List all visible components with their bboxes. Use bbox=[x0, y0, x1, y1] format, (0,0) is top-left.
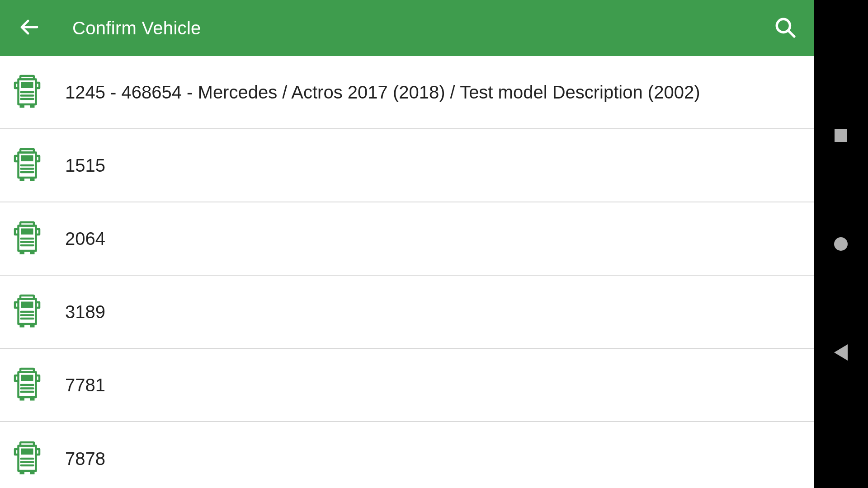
svg-rect-15 bbox=[20, 178, 25, 181]
svg-rect-30 bbox=[30, 324, 35, 328]
svg-rect-36 bbox=[20, 397, 25, 401]
vehicle-label: 7878 bbox=[65, 449, 105, 469]
nav-overview-button[interactable] bbox=[832, 127, 850, 145]
nav-home-button[interactable] bbox=[832, 235, 850, 253]
vehicle-list: 1245 - 468654 - Mercedes / Actros 2017 (… bbox=[0, 56, 814, 488]
vehicle-row[interactable]: 2064 bbox=[0, 202, 814, 276]
truck-icon bbox=[11, 367, 43, 403]
svg-rect-18 bbox=[21, 229, 33, 235]
svg-rect-32 bbox=[21, 375, 33, 381]
vehicle-row[interactable]: 7878 bbox=[0, 422, 814, 488]
vehicle-row[interactable]: 1515 bbox=[0, 129, 814, 202]
truck-icon bbox=[11, 441, 43, 476]
vehicle-row[interactable]: 7781 bbox=[0, 349, 814, 422]
svg-rect-43 bbox=[20, 471, 25, 474]
svg-rect-23 bbox=[30, 251, 35, 254]
vehicle-label: 1515 bbox=[65, 155, 105, 176]
vehicle-label: 7781 bbox=[65, 375, 105, 395]
truck-icon bbox=[11, 75, 43, 110]
svg-rect-25 bbox=[21, 302, 33, 308]
android-nav-bar bbox=[814, 0, 868, 488]
svg-rect-37 bbox=[30, 397, 35, 401]
vehicle-row[interactable]: 3189 bbox=[0, 276, 814, 349]
vehicle-row[interactable]: 1245 - 468654 - Mercedes / Actros 2017 (… bbox=[0, 56, 814, 129]
app-screen: Confirm Vehicle 1245 - 468654 - Mercedes… bbox=[0, 0, 814, 488]
svg-rect-44 bbox=[30, 471, 35, 474]
truck-icon bbox=[11, 294, 43, 329]
svg-rect-39 bbox=[21, 449, 33, 455]
svg-rect-16 bbox=[30, 178, 35, 181]
svg-rect-22 bbox=[20, 251, 25, 254]
truck-icon bbox=[11, 221, 43, 256]
circle-icon bbox=[834, 237, 848, 251]
back-button[interactable] bbox=[13, 12, 45, 44]
svg-line-2 bbox=[788, 30, 794, 37]
square-icon bbox=[835, 129, 847, 142]
svg-rect-8 bbox=[20, 104, 25, 108]
search-button[interactable] bbox=[769, 12, 801, 44]
page-title: Confirm Vehicle bbox=[72, 18, 741, 38]
svg-rect-11 bbox=[21, 155, 33, 162]
svg-rect-9 bbox=[30, 104, 35, 108]
arrow-left-icon bbox=[18, 16, 40, 40]
app-header: Confirm Vehicle bbox=[0, 0, 814, 56]
vehicle-label: 1245 - 468654 - Mercedes / Actros 2017 (… bbox=[65, 82, 700, 103]
nav-back-button[interactable] bbox=[832, 343, 850, 361]
truck-icon bbox=[11, 148, 43, 183]
search-icon bbox=[774, 16, 796, 40]
svg-rect-4 bbox=[21, 82, 33, 89]
vehicle-label: 3189 bbox=[65, 302, 105, 322]
vehicle-label: 2064 bbox=[65, 229, 105, 249]
triangle-left-icon bbox=[834, 344, 848, 361]
svg-rect-29 bbox=[20, 324, 25, 328]
